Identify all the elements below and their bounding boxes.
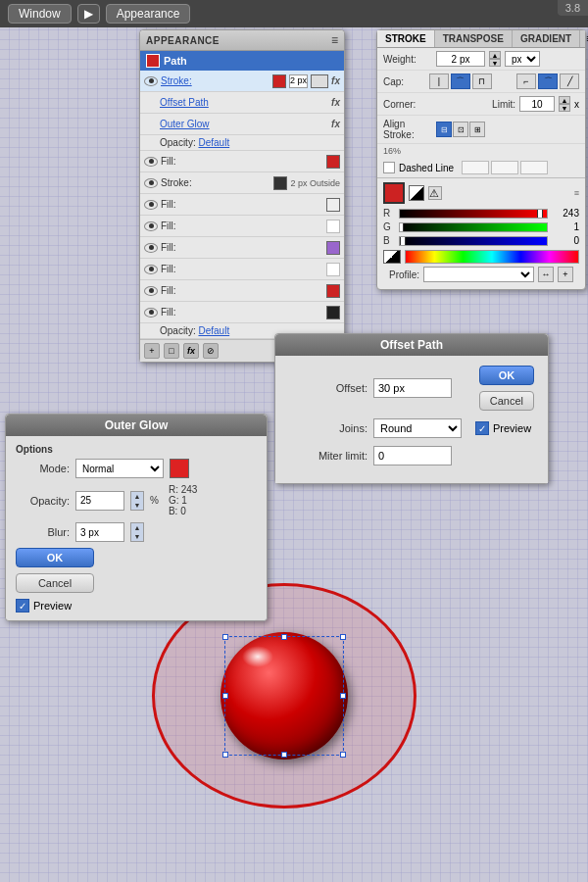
- sphere-selection[interactable]: [220, 632, 348, 760]
- handle-mr[interactable]: [340, 693, 346, 699]
- mode-select[interactable]: Normal Multiply Screen: [75, 459, 164, 478]
- align-center[interactable]: ⊟: [436, 122, 452, 137]
- spectrum-bar[interactable]: [405, 250, 579, 264]
- appearance-menu-icon[interactable]: ≡: [331, 33, 338, 47]
- profile-row: Profile: ↔ +: [383, 264, 579, 285]
- eye-icon-fill6[interactable]: [144, 265, 158, 274]
- joins-select[interactable]: Round Miter Bevel: [373, 418, 462, 438]
- dash-box-1[interactable]: [462, 161, 489, 174]
- blur-down-og[interactable]: ▼: [131, 532, 143, 541]
- eye-icon-fill4[interactable]: [144, 221, 158, 231]
- window-button[interactable]: Window: [8, 4, 72, 24]
- miter-input[interactable]: [373, 446, 452, 466]
- og-ok-button[interactable]: OK: [16, 548, 94, 567]
- weight-down[interactable]: ▼: [489, 59, 501, 67]
- opacity-stepper-og[interactable]: ▲ ▼: [130, 491, 144, 511]
- align-inside[interactable]: ⊡: [453, 122, 468, 137]
- limit-input[interactable]: [519, 96, 555, 112]
- appearance-button[interactable]: Appearance: [106, 4, 191, 24]
- opacity-default-bottom[interactable]: Default: [198, 325, 229, 336]
- appearance-path-row: Path: [140, 51, 344, 71]
- eye-icon-stroke2[interactable]: [144, 178, 158, 188]
- og-cancel-button[interactable]: Cancel: [16, 573, 94, 593]
- corner-round[interactable]: ⌒: [538, 74, 558, 89]
- og-preview-checkbox[interactable]: ✓: [16, 599, 29, 612]
- color-swatch-main[interactable]: [383, 182, 405, 204]
- profile-add-icon[interactable]: +: [558, 267, 573, 282]
- limit-stepper[interactable]: ▲ ▼: [559, 96, 570, 112]
- outer-glow-fx[interactable]: fx: [331, 119, 340, 129]
- stroke-menu-icon[interactable]: ≡: [580, 30, 588, 47]
- blur-up-og[interactable]: ▲: [131, 523, 143, 532]
- duplicate-icon[interactable]: ⊘: [203, 343, 219, 359]
- handle-tl[interactable]: [222, 634, 228, 640]
- swap-icon[interactable]: [409, 185, 424, 201]
- b-bar-track[interactable]: [399, 236, 548, 246]
- preview-checkbox[interactable]: ✓: [475, 421, 489, 435]
- fx-icon[interactable]: fx: [183, 343, 199, 359]
- weight-unit-select[interactable]: px: [505, 51, 540, 67]
- limit-down[interactable]: ▼: [559, 104, 570, 112]
- b-bar-thumb[interactable]: [400, 236, 406, 246]
- outer-glow-label[interactable]: Outer Glow: [160, 119, 328, 129]
- opacity-up-og[interactable]: ▲: [131, 492, 143, 501]
- cap-round[interactable]: ⌒: [451, 74, 470, 89]
- r-bar-thumb[interactable]: [537, 209, 543, 219]
- weight-stepper[interactable]: ▲ ▼: [489, 51, 501, 67]
- bw-icon[interactable]: [383, 250, 401, 264]
- stroke-fx-btn[interactable]: fx: [331, 75, 340, 86]
- eye-icon-fill3[interactable]: [144, 200, 158, 210]
- corner-limit-row: Corner: Limit: ▲ ▼ x: [377, 93, 585, 116]
- tab-gradient[interactable]: GRADIENT: [513, 30, 580, 47]
- delete-layer-icon[interactable]: □: [164, 343, 179, 359]
- cancel-button[interactable]: Cancel: [479, 391, 534, 411]
- eye-icon-stroke[interactable]: [144, 76, 158, 86]
- stroke-label-main[interactable]: Stroke:: [161, 75, 270, 86]
- dash-box-3[interactable]: [520, 161, 548, 174]
- handle-bm[interactable]: [281, 752, 287, 758]
- fill-label-4: Fill:: [161, 220, 323, 231]
- profile-flip-icon[interactable]: ↔: [538, 267, 554, 282]
- offset-path-label[interactable]: Offset Path: [160, 97, 328, 108]
- opacity-row-stroke: Opacity: Default: [140, 135, 344, 151]
- corner-bevel[interactable]: ╱: [560, 74, 579, 89]
- opacity-default-link[interactable]: Default: [198, 137, 229, 148]
- handle-ml[interactable]: [222, 693, 228, 699]
- profile-select[interactable]: [423, 267, 534, 282]
- cap-square[interactable]: ⊓: [472, 74, 492, 89]
- color-list-icon[interactable]: ≡: [574, 188, 579, 198]
- corner-miter[interactable]: ⌐: [516, 74, 536, 89]
- dash-box-2[interactable]: [491, 161, 518, 174]
- opacity-down-og[interactable]: ▼: [131, 501, 143, 510]
- handle-br[interactable]: [340, 752, 346, 758]
- glow-color-swatch[interactable]: [170, 459, 189, 478]
- align-outside[interactable]: ⊞: [469, 122, 485, 137]
- eye-icon-fill5[interactable]: [144, 243, 158, 253]
- cap-label: Cap:: [383, 76, 425, 87]
- eye-icon-fill1[interactable]: [144, 157, 158, 167]
- g-bar-thumb[interactable]: [399, 222, 404, 232]
- opacity-input-og[interactable]: [75, 491, 124, 511]
- cap-butt[interactable]: |: [429, 74, 449, 89]
- eye-icon-fill8[interactable]: [144, 308, 158, 318]
- eye-icon-fill7[interactable]: [144, 286, 158, 296]
- tab-transpose[interactable]: TRANSPOSE: [435, 30, 513, 47]
- offset-input[interactable]: [373, 378, 452, 398]
- limit-up[interactable]: ▲: [559, 96, 570, 104]
- weight-up[interactable]: ▲: [489, 51, 501, 59]
- weight-input[interactable]: [436, 51, 485, 67]
- ok-button[interactable]: OK: [479, 366, 534, 385]
- handle-bl[interactable]: [222, 752, 228, 758]
- handle-tr[interactable]: [340, 634, 346, 640]
- offset-path-fx[interactable]: fx: [331, 97, 340, 108]
- add-layer-icon[interactable]: +: [144, 343, 160, 359]
- tab-stroke[interactable]: STROKE: [377, 30, 435, 47]
- blur-stepper-og[interactable]: ▲ ▼: [130, 522, 144, 542]
- version-badge: 3.8: [558, 0, 588, 16]
- dashed-checkbox[interactable]: [383, 162, 395, 173]
- handle-tm[interactable]: [281, 634, 287, 640]
- blur-input-og[interactable]: [75, 522, 124, 542]
- stroke-size-select[interactable]: 2 px: [289, 74, 308, 88]
- r-bar-track[interactable]: [399, 209, 548, 219]
- g-bar-track[interactable]: [399, 222, 548, 232]
